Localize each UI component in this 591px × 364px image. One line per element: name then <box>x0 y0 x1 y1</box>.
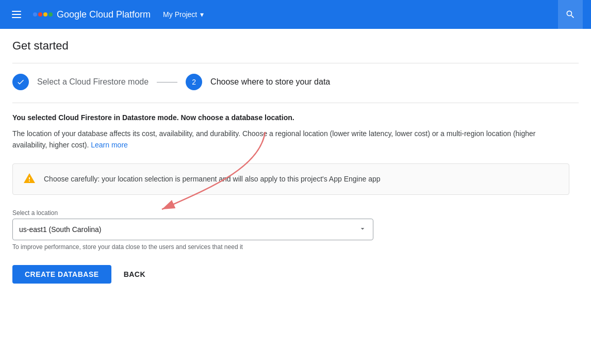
logo-dots <box>33 12 53 16</box>
svg-rect-1 <box>12 14 21 15</box>
step1-label: Select a Cloud Firestore mode <box>37 77 149 87</box>
project-selector[interactable]: My Project ▾ <box>163 10 204 19</box>
stepper-divider <box>12 103 579 103</box>
project-label: My Project <box>163 10 197 19</box>
step-connector <box>157 82 177 82</box>
logo-text: Google Cloud Platform <box>57 9 151 20</box>
warning-box: Choose carefully: your location selectio… <box>12 163 569 195</box>
button-row: CREATE DATABASE BACK <box>12 265 569 284</box>
warning-text: Choose carefully: your location selectio… <box>44 175 381 183</box>
svg-rect-0 <box>12 11 21 12</box>
create-database-button[interactable]: CREATE DATABASE <box>12 265 111 284</box>
back-button[interactable]: BACK <box>124 270 145 278</box>
title-divider <box>12 63 579 63</box>
learn-more-link[interactable]: Learn more <box>91 141 128 149</box>
svg-rect-2 <box>12 17 21 18</box>
location-section: Select a location us-east1 (South Caroli… <box>12 209 569 251</box>
location-select-wrapper: us-east1 (South Carolina) us-east4 (Nort… <box>12 219 373 240</box>
menu-icon[interactable] <box>8 11 25 18</box>
intro-text: You selected Cloud Firestore in Datastor… <box>12 113 569 122</box>
header-logo: Google Cloud Platform <box>33 9 151 20</box>
page-content: Get started Select a Cloud Firestore mod… <box>0 29 591 294</box>
search-icon <box>565 9 576 20</box>
location-hint: To improve performance, store your data … <box>12 243 569 251</box>
main-content: You selected Cloud Firestore in Datastor… <box>12 113 569 284</box>
project-dropdown-icon: ▾ <box>200 10 204 19</box>
step1-check <box>12 74 29 90</box>
warning-icon <box>23 172 36 186</box>
step2-label: Choose where to store your data <box>210 77 330 87</box>
location-label: Select a location <box>12 209 569 217</box>
description-text: The location of your database affects it… <box>12 128 569 151</box>
location-select[interactable]: us-east1 (South Carolina) us-east4 (Nort… <box>13 219 373 240</box>
stepper: Select a Cloud Firestore mode 2 Choose w… <box>12 74 579 90</box>
top-header: Google Cloud Platform My Project ▾ <box>0 0 591 29</box>
step2-number: 2 <box>186 74 202 90</box>
page-title: Get started <box>12 39 579 53</box>
search-button[interactable] <box>558 0 583 29</box>
